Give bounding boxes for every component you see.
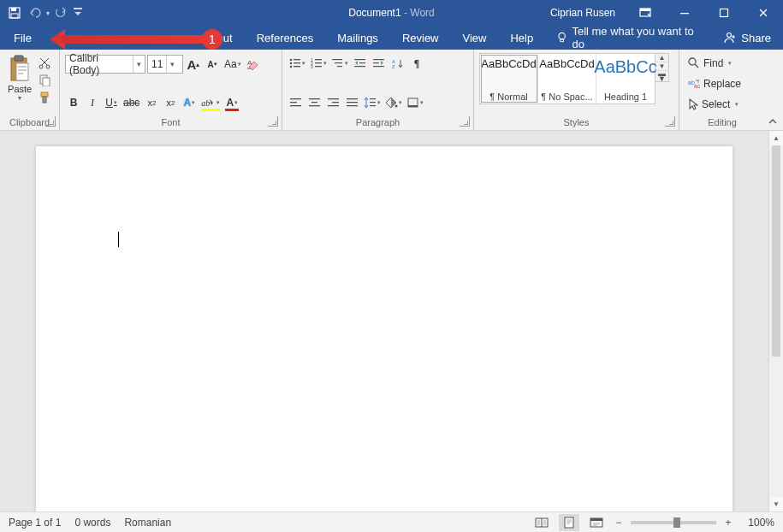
font-size-combo[interactable]: 11▾ (147, 55, 183, 74)
svg-rect-45 (290, 102, 297, 103)
font-launcher[interactable] (268, 116, 278, 127)
align-right-button[interactable] (325, 94, 342, 111)
justify-button[interactable] (344, 94, 361, 111)
svg-rect-68 (565, 517, 573, 528)
qat-customize-button[interactable] (72, 3, 84, 22)
styles-launcher[interactable] (665, 116, 675, 127)
copy-button[interactable] (36, 74, 53, 87)
svg-rect-50 (328, 98, 339, 99)
title-sep: - (401, 7, 411, 19)
tab-help[interactable]: Help (498, 26, 545, 50)
gallery-scroll-up[interactable]: ▲ (655, 54, 668, 62)
format-painter-button[interactable] (36, 91, 53, 104)
replace-button[interactable]: abac Replace (688, 75, 756, 92)
shrink-font-button[interactable]: A▾ (204, 56, 221, 73)
svg-point-23 (290, 62, 293, 65)
read-mode-button[interactable] (531, 514, 552, 531)
gallery-expand[interactable]: ▬▼ (655, 71, 668, 81)
web-layout-button[interactable] (586, 514, 607, 531)
collapse-ribbon-button[interactable] (766, 115, 780, 128)
style-card[interactable]: AaBbCcDd¶ No Spac... (538, 54, 596, 103)
clipboard-launcher[interactable] (45, 116, 56, 127)
maximize-button[interactable] (704, 0, 744, 26)
search-icon (688, 57, 700, 69)
strikethrough-button[interactable]: abc (122, 94, 141, 111)
italic-button[interactable]: I (84, 94, 101, 111)
zoom-value[interactable]: 100% (740, 517, 774, 529)
ribbon-display-options-button[interactable] (626, 0, 665, 26)
highlight-button[interactable]: ab ▾ (199, 94, 222, 111)
close-button[interactable] (744, 0, 783, 26)
tab-view[interactable]: View (451, 26, 499, 50)
tab-layout-obscured[interactable]: ayout (193, 26, 245, 50)
word-count[interactable]: 0 words (74, 517, 110, 529)
share-button[interactable]: Share (712, 32, 783, 44)
scroll-thumb[interactable] (772, 145, 780, 357)
scroll-track[interactable] (769, 145, 783, 497)
tab-review[interactable]: Review (390, 26, 451, 50)
svg-rect-54 (347, 102, 358, 103)
group-font: Calibri (Body)▾ 11▾ A▴ A▾ Aa▾ A B I U▾ a… (60, 50, 282, 130)
style-card[interactable]: AaBbCcDd¶ Normal (480, 54, 538, 103)
shading-button[interactable]: ▾ (384, 94, 404, 111)
cut-button[interactable] (36, 56, 53, 70)
find-button[interactable]: Find▾ (688, 55, 756, 72)
show-marks-button[interactable]: ¶ (408, 55, 425, 72)
clear-formatting-button[interactable]: A (245, 56, 262, 73)
borders-button[interactable]: ▾ (406, 94, 425, 111)
text-cursor (118, 232, 119, 247)
zoom-slider[interactable] (631, 521, 716, 524)
decrease-indent-button[interactable] (352, 55, 369, 72)
page-indicator[interactable]: Page 1 of 1 (9, 517, 61, 529)
grow-font-button[interactable]: A▴ (185, 56, 202, 73)
bullets-button[interactable]: ▾ (288, 55, 307, 72)
bold-button[interactable]: B (65, 94, 82, 111)
copy-icon (39, 74, 50, 86)
language-indicator[interactable]: Romanian (124, 517, 171, 529)
scroll-up-button[interactable]: ▲ (769, 131, 783, 145)
redo-button[interactable] (51, 3, 70, 22)
numbering-button[interactable]: 123▾ (309, 55, 329, 72)
subscript-button[interactable]: x2 (143, 94, 160, 111)
underline-button[interactable]: U▾ (103, 94, 120, 111)
zoom-out-button[interactable]: − (614, 517, 624, 529)
undo-button[interactable] (26, 3, 44, 22)
superscript-button[interactable]: x2 (162, 94, 179, 111)
paragraph-launcher[interactable] (460, 116, 470, 127)
font-color-button[interactable]: A ▾ (223, 94, 240, 111)
zoom-slider-thumb[interactable] (673, 517, 680, 528)
print-layout-button[interactable] (559, 514, 579, 531)
tab-file[interactable]: File (0, 26, 45, 50)
minimize-button[interactable] (665, 0, 704, 26)
align-center-button[interactable] (306, 94, 323, 111)
style-name-label: ¶ Normal (489, 92, 527, 102)
scroll-down-button[interactable]: ▼ (769, 497, 783, 511)
increase-indent-button[interactable] (371, 55, 388, 72)
lightbulb-icon (557, 32, 566, 44)
tell-me-search[interactable]: Tell me what you want to do (545, 25, 712, 50)
align-left-button[interactable] (288, 94, 305, 111)
title-bar: ▾ Document1 - Word Ciprian Rusen (0, 0, 783, 26)
multilevel-list-button[interactable]: ▾ (330, 55, 350, 72)
tab-mailings[interactable]: Mailings (325, 26, 390, 50)
document-page[interactable] (36, 146, 733, 511)
text-effects-button[interactable]: A▾ (181, 94, 198, 111)
paste-button[interactable]: Paste ▾ (5, 53, 34, 115)
user-name[interactable]: Ciprian Rusen (550, 7, 615, 19)
save-button[interactable] (5, 3, 24, 22)
change-case-button[interactable]: Aa▾ (222, 56, 243, 73)
style-card[interactable]: AaBbCcHeading 1 (596, 54, 655, 103)
undo-dropdown-icon[interactable]: ▾ (46, 9, 50, 17)
cursor-icon (688, 98, 698, 110)
tab-references[interactable]: References (245, 26, 325, 50)
zoom-in-button[interactable]: + (723, 517, 733, 529)
svg-rect-38 (359, 62, 365, 63)
style-name-label: Heading 1 (604, 92, 647, 102)
font-name-combo[interactable]: Calibri (Body)▾ (65, 55, 145, 74)
brush-icon (39, 92, 50, 103)
sort-button[interactable]: AZ (389, 55, 406, 72)
select-button[interactable]: Select▾ (688, 96, 756, 113)
line-spacing-button[interactable]: ▾ (363, 94, 383, 111)
quick-access-toolbar: ▾ (0, 3, 84, 22)
svg-point-59 (395, 105, 398, 108)
